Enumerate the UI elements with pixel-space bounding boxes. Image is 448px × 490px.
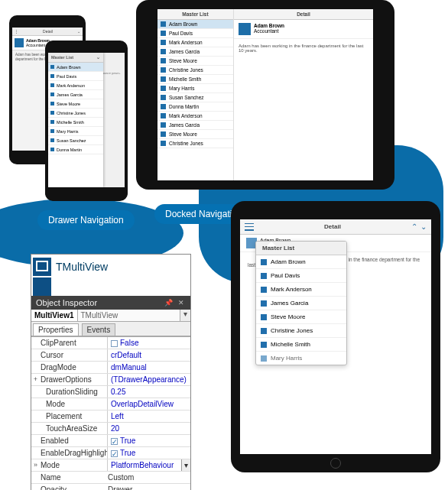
- list-item[interactable]: Michelle Smith: [157, 75, 233, 84]
- list-item[interactable]: James Garcia: [48, 90, 103, 99]
- property-value[interactable]: Left: [107, 410, 190, 422]
- hamburger-icon[interactable]: [245, 223, 254, 231]
- menu-icon[interactable]: ⋮: [15, 29, 18, 34]
- person-name: Steve Moore: [169, 58, 197, 63]
- expand-icon[interactable]: [31, 386, 40, 398]
- list-item[interactable]: Steve Moore: [48, 99, 103, 109]
- chevron-icon[interactable]: ⌄: [77, 29, 80, 34]
- instance-selector[interactable]: MultiView1 TMultiView ▾: [31, 310, 190, 322]
- property-value[interactable]: 20: [107, 423, 190, 434]
- expand-icon[interactable]: [31, 423, 40, 434]
- expand-icon[interactable]: [31, 398, 40, 410]
- list-item[interactable]: James Garcia: [157, 47, 233, 57]
- chevron-down-icon[interactable]: ⌄: [420, 222, 427, 231]
- list-item[interactable]: Adam Brown: [256, 255, 346, 269]
- property-row[interactable]: »ModePlatformBehaviour▾: [31, 459, 190, 472]
- list-item[interactable]: Paul Davis: [157, 29, 233, 38]
- tab-properties[interactable]: Properties: [33, 323, 79, 336]
- pin-icon[interactable]: 📌: [164, 299, 174, 307]
- list-item[interactable]: Paul Davis: [256, 269, 346, 283]
- list-item[interactable]: Christine Jones: [157, 139, 233, 148]
- list-item[interactable]: James Garcia: [256, 297, 346, 310]
- property-name: Name: [41, 472, 61, 483]
- dropdown-option[interactable]: Drawer: [108, 485, 132, 490]
- chevron-down-icon[interactable]: ▾: [180, 310, 190, 321]
- expand-icon[interactable]: +: [31, 374, 40, 385]
- list-item[interactable]: James Garcia: [157, 121, 233, 130]
- home-button-icon[interactable]: [330, 458, 341, 469]
- chevron-down-icon[interactable]: ▾: [181, 459, 190, 471]
- property-row[interactable]: TouchAreaSize20: [31, 423, 190, 435]
- person-name: Mary Harris: [271, 355, 302, 362]
- list-item[interactable]: Mark Anderson: [157, 38, 233, 47]
- property-value[interactable]: True: [107, 435, 190, 446]
- list-item[interactable]: Susan Sanchez: [157, 93, 233, 102]
- property-value[interactable]: (TDrawerAppearance): [107, 374, 190, 385]
- list-item[interactable]: Donna Martin: [48, 145, 103, 154]
- avatar-icon: [261, 300, 267, 307]
- list-item[interactable]: Mark Anderson: [48, 81, 103, 90]
- avatar-icon: [50, 65, 54, 69]
- list-item[interactable]: Steve Moore: [157, 130, 233, 139]
- property-value[interactable]: crDefault: [107, 349, 190, 361]
- list-item[interactable]: Donna Martin: [157, 102, 233, 112]
- person-name: Michelle Smith: [169, 76, 201, 82]
- list-item[interactable]: Paul Davis: [48, 72, 103, 81]
- expand-icon[interactable]: [31, 337, 40, 349]
- ide-panel: TMultiView Object Inspector 📌 ✕ MultiVie…: [31, 254, 191, 490]
- property-value[interactable]: True: [107, 447, 190, 459]
- property-row[interactable]: DragModedmManual: [31, 362, 190, 374]
- checkbox-icon[interactable]: [111, 450, 118, 457]
- property-value[interactable]: PlatformBehaviour▾: [107, 459, 190, 471]
- list-item[interactable]: Adam Brown: [157, 20, 233, 29]
- property-value[interactable]: 0.25: [107, 386, 190, 398]
- property-row[interactable]: EnableDragHighlightTrue: [31, 447, 190, 459]
- property-row[interactable]: OpacityDrawer: [31, 484, 190, 490]
- property-value[interactable]: OverlapDetailView: [107, 398, 190, 410]
- property-value[interactable]: False: [107, 337, 190, 349]
- property-row[interactable]: CursorcrDefault: [31, 349, 190, 362]
- list-item[interactable]: Mary Harris: [157, 84, 233, 93]
- close-icon[interactable]: ✕: [178, 299, 186, 307]
- expand-icon[interactable]: [31, 410, 40, 422]
- checkbox-icon[interactable]: [111, 340, 118, 347]
- dropdown-option[interactable]: Custom: [108, 473, 134, 482]
- property-value[interactable]: dmManual: [107, 362, 190, 373]
- chevron-icon[interactable]: ⌄: [96, 55, 100, 60]
- list-item[interactable]: Christine Jones: [157, 66, 233, 75]
- avatar-icon: [161, 76, 166, 82]
- list-item[interactable]: Mark Anderson: [157, 112, 233, 121]
- list-item[interactable]: Mary Harris: [48, 127, 103, 136]
- list-item[interactable]: Christine Jones: [48, 109, 103, 118]
- list-item[interactable]: Susan Sanchez: [48, 136, 103, 145]
- list-item[interactable]: Steve Moore: [256, 310, 346, 324]
- property-name: Cursor: [40, 349, 107, 361]
- property-row[interactable]: PlacementLeft: [31, 410, 190, 423]
- person-name: Donna Martin: [169, 104, 199, 109]
- property-row[interactable]: EnabledTrue: [31, 435, 190, 447]
- property-row[interactable]: DurationSliding0.25: [31, 386, 190, 398]
- person-name: Steve Moore: [271, 313, 305, 320]
- list-item[interactable]: Mark Anderson: [256, 283, 346, 297]
- expand-icon[interactable]: [31, 435, 40, 446]
- expand-icon[interactable]: [31, 349, 40, 361]
- property-row[interactable]: ClipParentFalse: [31, 337, 190, 349]
- property-row[interactable]: NameCustom: [31, 472, 190, 484]
- property-row[interactable]: +DrawerOptions(TDrawerAppearance): [31, 374, 190, 386]
- person-name: James Garcia: [169, 49, 200, 54]
- list-item[interactable]: Michelle Smith: [48, 118, 103, 127]
- expand-icon[interactable]: [31, 362, 40, 373]
- checkbox-icon[interactable]: [111, 438, 118, 445]
- list-item[interactable]: Michelle Smith: [256, 338, 346, 352]
- chevron-up-icon[interactable]: ⌃: [411, 222, 417, 231]
- expand-icon[interactable]: »: [31, 459, 40, 471]
- list-item[interactable]: Mary Harris: [256, 352, 346, 365]
- property-name: DurationSliding: [40, 386, 107, 398]
- avatar-icon: [161, 67, 166, 73]
- expand-icon[interactable]: [31, 447, 40, 459]
- tab-events[interactable]: Events: [82, 323, 116, 336]
- list-item[interactable]: Christine Jones: [256, 324, 346, 338]
- list-item[interactable]: Steve Moore: [157, 57, 233, 66]
- list-item[interactable]: Adam Brown: [48, 63, 103, 72]
- property-row[interactable]: ModeOverlapDetailView: [31, 398, 190, 410]
